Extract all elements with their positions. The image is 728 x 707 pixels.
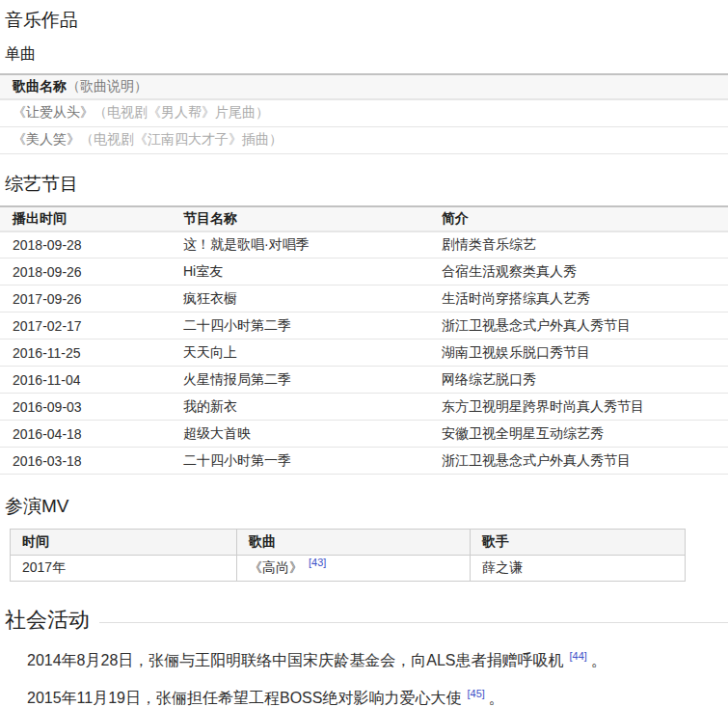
song-title: 《美人笑》 — [13, 131, 80, 147]
social-tail: 。 — [489, 690, 504, 706]
social-title-text: 社会活动 — [5, 607, 90, 633]
table-row: 2016-11-04 火星情报局第二季 网络综艺脱口秀 — [0, 367, 728, 394]
variety-header-row: 播出时间 节目名称 简介 — [0, 206, 728, 231]
section-title-music-works: 音乐作品 — [0, 9, 728, 31]
variety-col-name: 节目名称 — [171, 206, 429, 231]
reference-link-43[interactable]: [43] — [309, 557, 326, 568]
table-row: 《美人笑》（电视剧《江南四大才子》插曲） — [0, 126, 728, 153]
show-name-cell: 二十四小时第一季 — [171, 448, 429, 475]
table-row: 2017-09-26 疯狂衣橱 生活时尚穿搭综真人艺秀 — [0, 286, 728, 313]
table-row: 《让爱从头》（电视剧《男人帮》片尾曲） — [0, 99, 728, 126]
social-paragraph-2: 2015年11月19日，张俪担任希望工程BOSS绝对影响力爱心大使[45]。 — [0, 689, 728, 707]
reference-link-45[interactable]: [45] — [467, 688, 484, 699]
reference-link-44[interactable]: [44] — [570, 650, 587, 662]
article-body: 音乐作品 单曲 歌曲名称（歌曲说明） 《让爱从头》（电视剧《男人帮》片尾曲） 《… — [0, 9, 728, 707]
mv-song-cell: 《高尚》[43] — [237, 556, 471, 582]
show-name-cell: 天天向上 — [171, 340, 429, 367]
intro-cell: 剧情类音乐综艺 — [429, 231, 728, 258]
intro-cell: 东方卫视明星跨界时尚真人秀节目 — [429, 394, 728, 421]
show-name-cell: Hi室友 — [171, 258, 429, 286]
variety-col-airdate: 播出时间 — [0, 206, 171, 231]
table-row: 2016-03-18 二十四小时第一季 浙江卫视悬念式户外真人秀节目 — [0, 448, 728, 475]
intro-cell: 湖南卫视娱乐脱口秀节目 — [429, 340, 728, 367]
show-name-cell: 这！就是歌唱·对唱季 — [171, 231, 429, 258]
show-name-cell: 火星情报局第二季 — [171, 367, 429, 394]
section-title-variety-shows: 综艺节目 — [0, 173, 728, 195]
heading-rule — [99, 622, 728, 623]
social-tail: 。 — [591, 652, 607, 668]
intro-cell: 网络综艺脱口秀 — [429, 367, 728, 394]
section-title-social-activities: 社会活动 — [0, 607, 728, 633]
show-name-cell: 二十四小时第二季 — [171, 313, 429, 340]
airdate-cell: 2018-09-26 — [0, 258, 171, 286]
airdate-cell: 2016-04-18 — [0, 421, 171, 448]
table-row: 2017-02-17 二十四小时第二季 浙江卫视悬念式户外真人秀节目 — [0, 313, 728, 340]
social-paragraph-1: 2014年8月28日，张俪与王阳明联络中国宋庆龄基金会，向ALS患者捐赠呼吸机[… — [0, 651, 728, 670]
airdate-cell: 2016-11-25 — [0, 340, 171, 367]
subsection-title-singles: 单曲 — [0, 45, 728, 63]
intro-cell: 浙江卫视悬念式户外真人秀节目 — [429, 448, 728, 475]
table-row: 2018-09-26 Hi室友 合宿生活观察类真人秀 — [0, 258, 728, 286]
table-row: 2016-09-03 我的新衣 东方卫视明星跨界时尚真人秀节目 — [0, 394, 728, 421]
table-row: 2017年 《高尚》[43] 薛之谦 — [11, 556, 686, 582]
mv-song-title: 《高尚》 — [249, 559, 303, 575]
airdate-cell: 2017-09-26 — [0, 286, 171, 313]
airdate-cell: 2016-11-04 — [0, 367, 171, 394]
singles-header-name: 歌曲名称 — [13, 78, 67, 94]
show-name-cell: 超级大首映 — [171, 421, 429, 448]
section-title-mv: 参演MV — [0, 495, 728, 517]
mv-singer-cell: 薛之谦 — [471, 556, 686, 582]
singles-header-note: （歌曲说明） — [67, 78, 148, 94]
mv-col-song: 歌曲 — [237, 530, 471, 556]
social-text: 2015年11月19日，张俪担任希望工程BOSS绝对影响力爱心大使 — [27, 690, 461, 706]
airdate-cell: 2016-09-03 — [0, 394, 171, 421]
mv-col-singer: 歌手 — [471, 530, 686, 556]
intro-cell: 生活时尚穿搭综真人艺秀 — [429, 286, 728, 313]
singles-cell: 《美人笑》（电视剧《江南四大才子》插曲） — [0, 126, 728, 153]
singles-column-header: 歌曲名称（歌曲说明） — [0, 74, 728, 99]
airdate-cell: 2018-09-28 — [0, 231, 171, 258]
airdate-cell: 2016-03-18 — [0, 448, 171, 475]
airdate-cell: 2017-02-17 — [0, 313, 171, 340]
song-note: （电视剧《男人帮》片尾曲） — [94, 104, 269, 120]
song-note: （电视剧《江南四大才子》插曲） — [80, 131, 283, 147]
table-row: 2018-09-28 这！就是歌唱·对唱季 剧情类音乐综艺 — [0, 231, 728, 258]
show-name-cell: 我的新衣 — [171, 394, 429, 421]
mv-header-row: 时间 歌曲 歌手 — [11, 530, 686, 556]
variety-col-intro: 简介 — [429, 206, 728, 231]
mv-time-cell: 2017年 — [11, 556, 237, 582]
social-text: 2014年8月28日，张俪与王阳明联络中国宋庆龄基金会，向ALS患者捐赠呼吸机 — [27, 652, 564, 668]
mv-col-time: 时间 — [11, 530, 237, 556]
singles-header-row: 歌曲名称（歌曲说明） — [0, 74, 728, 99]
singles-cell: 《让爱从头》（电视剧《男人帮》片尾曲） — [0, 99, 728, 126]
intro-cell: 浙江卫视悬念式户外真人秀节目 — [429, 313, 728, 340]
song-title: 《让爱从头》 — [13, 104, 94, 120]
intro-cell: 安徽卫视全明星互动综艺秀 — [429, 421, 728, 448]
intro-cell: 合宿生活观察类真人秀 — [429, 258, 728, 286]
mv-table: 时间 歌曲 歌手 2017年 《高尚》[43] 薛之谦 — [10, 529, 686, 582]
table-row: 2016-11-25 天天向上 湖南卫视娱乐脱口秀节目 — [0, 340, 728, 367]
show-name-cell: 疯狂衣橱 — [171, 286, 429, 313]
singles-table: 歌曲名称（歌曲说明） 《让爱从头》（电视剧《男人帮》片尾曲） 《美人笑》（电视剧… — [0, 73, 728, 154]
table-row: 2016-04-18 超级大首映 安徽卫视全明星互动综艺秀 — [0, 421, 728, 448]
variety-table: 播出时间 节目名称 简介 2018-09-28 这！就是歌唱·对唱季 剧情类音乐… — [0, 205, 728, 476]
